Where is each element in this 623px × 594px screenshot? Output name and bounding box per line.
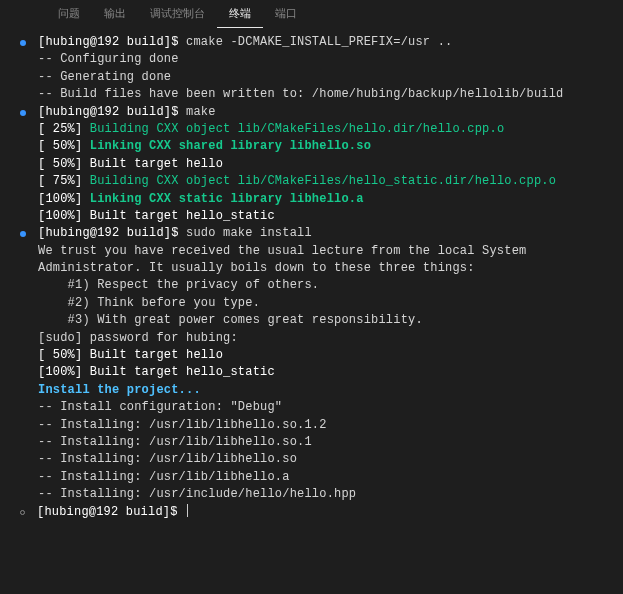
output-text: -- Installing: /usr/lib/libhello.so.1.2 <box>38 417 327 434</box>
cmd-text: sudo make install <box>186 225 312 242</box>
cmd-text: make <box>186 104 216 121</box>
output-text: Administrator. It usually boils down to … <box>38 260 475 277</box>
output-text: #1) Respect the privacy of others. <box>38 277 319 294</box>
output-text: Linking CXX shared library libhello.so <box>90 138 371 155</box>
output-text: Install the project... <box>38 382 201 399</box>
output-text: Building CXX object lib/CMakeFiles/hello… <box>90 121 504 138</box>
output-text: -- Build files have been written to: /ho… <box>38 86 563 103</box>
output-text: [sudo] password for hubing: <box>38 330 238 347</box>
output-text: Building CXX object lib/CMakeFiles/hello… <box>90 173 556 190</box>
shell-prompt: [hubing@192 build]$ <box>38 34 186 51</box>
cmd-text: cmake -DCMAKE_INSTALL_PREFIX=/usr .. <box>186 34 452 51</box>
output-text: We trust you have received the usual lec… <box>38 243 526 260</box>
output-text: [ 25%] <box>38 121 90 138</box>
output-text: -- Installing: /usr/lib/libhello.so.1 <box>38 434 312 451</box>
cmd-marker-icon <box>20 110 26 116</box>
output-text: [ 50%] <box>38 138 90 155</box>
shell-prompt: [hubing@192 build]$ <box>37 504 185 521</box>
output-text: [100%] Built target hello_static <box>38 364 275 381</box>
tab-terminal[interactable]: 终端 <box>217 0 263 28</box>
output-text: #3) With great power comes great respons… <box>38 312 423 329</box>
output-text: Linking CXX static library libhello.a <box>90 191 364 208</box>
shell-prompt: [hubing@192 build]$ <box>38 104 186 121</box>
tab-problems[interactable]: 问题 <box>46 0 92 27</box>
tab-ports[interactable]: 端口 <box>263 0 309 27</box>
output-text: [ 75%] <box>38 173 90 190</box>
output-text: -- Installing: /usr/lib/libhello.so <box>38 451 297 468</box>
cmd-marker-icon <box>20 40 26 46</box>
tab-debug-console[interactable]: 调试控制台 <box>138 0 217 27</box>
output-text: -- Installing: /usr/lib/libhello.a <box>38 469 290 486</box>
output-text: #2) Think before you type. <box>38 295 260 312</box>
output-text: [100%] Built target hello_static <box>38 208 275 225</box>
cmd-marker-icon <box>20 231 26 237</box>
panel-tabbar: 问题 输出 调试控制台 终端 端口 <box>0 0 623 28</box>
terminal-cursor <box>187 504 188 517</box>
tab-output[interactable]: 输出 <box>92 0 138 27</box>
output-text: -- Install configuration: "Debug" <box>38 399 282 416</box>
output-text: [ 50%] Built target hello <box>38 347 223 364</box>
shell-prompt: [hubing@192 build]$ <box>38 225 186 242</box>
output-text: [ 50%] Built target hello <box>38 156 223 173</box>
output-text: -- Installing: /usr/include/hello/hello.… <box>38 486 356 503</box>
cmd-marker-icon <box>20 510 25 515</box>
terminal-output[interactable]: [hubing@192 build]$ cmake -DCMAKE_INSTAL… <box>0 28 623 521</box>
output-text: -- Configuring done <box>38 51 179 68</box>
output-text: -- Generating done <box>38 69 171 86</box>
output-text: [100%] <box>38 191 90 208</box>
